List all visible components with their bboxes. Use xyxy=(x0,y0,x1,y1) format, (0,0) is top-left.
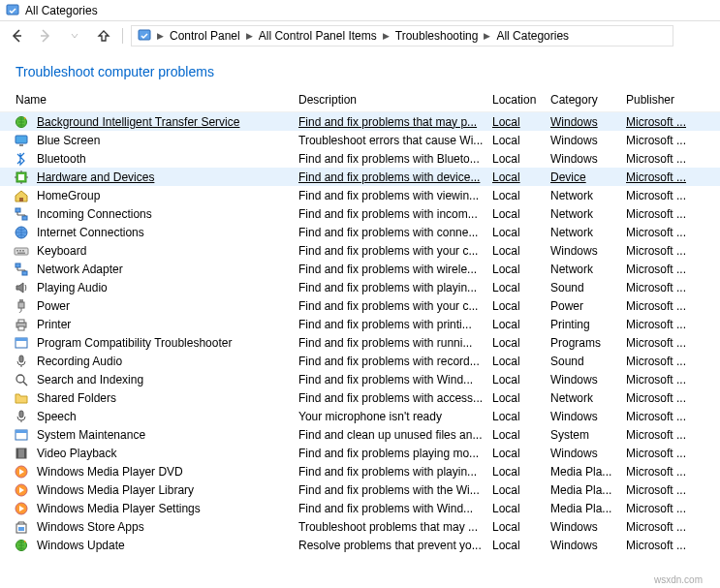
list-item[interactable]: Shared FoldersFind and fix problems with… xyxy=(0,388,720,407)
item-location: Local xyxy=(490,207,548,221)
window-title: All Categories xyxy=(25,4,98,17)
item-name: Playing Audio xyxy=(35,281,297,294)
svg-rect-40 xyxy=(24,449,26,458)
item-location: Local xyxy=(490,465,548,479)
svg-rect-21 xyxy=(17,252,25,254)
list-item[interactable]: Playing AudioFind and fix problems with … xyxy=(0,278,720,296)
item-name: Internet Connections xyxy=(35,226,297,239)
breadcrumb-item[interactable]: Control Panel xyxy=(168,29,242,43)
back-button[interactable] xyxy=(6,25,27,46)
list-item[interactable]: Hardware and DevicesFind and fix problem… xyxy=(0,168,720,186)
breadcrumb-item[interactable]: Troubleshooting xyxy=(393,29,481,43)
list-item[interactable]: Blue ScreenTroubleshoot errors that caus… xyxy=(0,131,720,149)
item-publisher: Microsoft ... xyxy=(624,410,698,423)
column-header-name[interactable]: Name xyxy=(14,89,297,110)
item-category: Sound xyxy=(548,281,624,294)
chevron-right-icon[interactable]: ▶ xyxy=(155,31,166,41)
list-item[interactable]: PrinterFind and fix problems with printi… xyxy=(0,315,720,333)
item-category: Network xyxy=(548,226,624,239)
up-button[interactable] xyxy=(93,25,114,46)
item-publisher: Microsoft ... xyxy=(624,447,698,460)
item-description: Find and fix problems with wirele... xyxy=(297,263,490,276)
breadcrumb-item[interactable]: All Categories xyxy=(494,29,571,43)
item-description: Resolve problems that prevent yo... xyxy=(297,539,490,552)
item-publisher: Microsoft ... xyxy=(624,391,698,405)
svg-rect-14 xyxy=(16,208,20,212)
list-item[interactable]: Windows UpdateResolve problems that prev… xyxy=(0,536,720,554)
list-item[interactable]: Network AdapterFind and fix problems wit… xyxy=(0,260,720,278)
item-category: System xyxy=(548,428,624,442)
list-item[interactable]: HomeGroupFind and fix problems with view… xyxy=(0,186,720,204)
item-name: Video Playback xyxy=(35,447,297,460)
item-location: Local xyxy=(490,170,548,184)
item-category: Windows xyxy=(548,134,624,147)
breadcrumb-item[interactable]: All Control Panel Items xyxy=(257,29,379,43)
list-item[interactable]: Windows Media Player DVDFind and fix pro… xyxy=(0,462,720,480)
list-item[interactable]: Video PlaybackFind and fix problems play… xyxy=(0,444,720,462)
item-name: Keyboard xyxy=(35,244,297,258)
item-publisher: Microsoft ... xyxy=(624,299,698,313)
list-item[interactable]: System MaintenanceFind and clean up unus… xyxy=(0,425,720,444)
nav-separator xyxy=(122,28,123,44)
item-description: Find and fix problems with printi... xyxy=(297,318,490,331)
list-item[interactable]: SpeechYour microphone isn't readyLocalWi… xyxy=(0,407,720,425)
chevron-right-icon[interactable]: ▶ xyxy=(244,31,255,41)
svg-rect-45 xyxy=(18,527,24,531)
item-category: Windows xyxy=(548,410,624,423)
breadcrumb[interactable]: ▶ Control Panel ▶ All Control Panel Item… xyxy=(131,25,673,46)
item-description: Find and fix problems with access... xyxy=(297,391,490,405)
column-header-publisher[interactable]: Publisher xyxy=(624,89,698,110)
recent-dropdown-icon[interactable] xyxy=(64,25,85,46)
svg-rect-6 xyxy=(19,144,23,146)
chevron-right-icon[interactable]: ▶ xyxy=(482,31,492,41)
column-header-location[interactable]: Location xyxy=(490,89,548,110)
item-location: Local xyxy=(490,189,548,202)
item-location: Local xyxy=(490,502,548,515)
list-item[interactable]: Search and IndexingFind and fix problems… xyxy=(0,370,720,388)
item-name: Printer xyxy=(35,318,297,331)
app-icon xyxy=(6,4,19,17)
item-category: Windows xyxy=(548,520,624,534)
item-name: Speech xyxy=(35,410,297,423)
page-title: Troubleshoot computer problems xyxy=(0,50,720,87)
svg-rect-5 xyxy=(16,136,27,143)
forward-button[interactable] xyxy=(35,25,56,46)
store-icon xyxy=(14,519,29,535)
list-item[interactable]: Internet ConnectionsFind and fix problem… xyxy=(0,223,720,241)
item-name: Windows Media Player DVD xyxy=(35,465,297,479)
breadcrumb-icon xyxy=(138,29,151,43)
item-description: Find and fix problems that may p... xyxy=(297,115,490,129)
window-icon xyxy=(14,427,29,443)
column-header-description[interactable]: Description xyxy=(297,89,490,110)
monitor-icon xyxy=(14,133,29,148)
network-icon xyxy=(14,206,29,222)
item-description: Find and fix problems with incom... xyxy=(297,207,490,221)
bluetooth-icon xyxy=(14,151,29,167)
list-view: Background Intelligent Transfer ServiceF… xyxy=(0,112,720,554)
item-publisher: Microsoft ... xyxy=(624,152,698,166)
item-category: Network xyxy=(548,207,624,221)
chevron-right-icon[interactable]: ▶ xyxy=(381,31,391,41)
list-item[interactable]: Incoming ConnectionsFind and fix problem… xyxy=(0,204,720,223)
item-publisher: Microsoft ... xyxy=(624,263,698,276)
column-header-category[interactable]: Category xyxy=(548,89,624,110)
svg-rect-24 xyxy=(18,302,24,308)
item-category: Windows xyxy=(548,539,624,552)
item-description: Find and fix problems with your c... xyxy=(297,244,490,258)
svg-rect-19 xyxy=(19,250,21,252)
list-item[interactable]: Program Compatibility TroubleshooterFind… xyxy=(0,333,720,352)
item-description: Find and fix problems playing mo... xyxy=(297,447,490,460)
list-item[interactable]: KeyboardFind and fix problems with your … xyxy=(0,241,720,260)
list-item[interactable]: Windows Media Player SettingsFind and fi… xyxy=(0,499,720,517)
item-category: Windows xyxy=(548,152,624,166)
list-item[interactable]: PowerFind and fix problems with your c..… xyxy=(0,296,720,315)
list-item[interactable]: BluetoothFind and fix problems with Blue… xyxy=(0,149,720,168)
item-location: Local xyxy=(490,373,548,387)
item-publisher: Microsoft ... xyxy=(624,502,698,515)
list-item[interactable]: Windows Media Player LibraryFind and fix… xyxy=(0,480,720,499)
list-item[interactable]: Recording AudioFind and fix problems wit… xyxy=(0,352,720,370)
item-description: Find and fix problems with your c... xyxy=(297,299,490,313)
item-description: Find and fix problems with record... xyxy=(297,355,490,368)
list-item[interactable]: Background Intelligent Transfer ServiceF… xyxy=(0,112,720,131)
list-item[interactable]: Windows Store AppsTroubleshoot problems … xyxy=(0,517,720,536)
